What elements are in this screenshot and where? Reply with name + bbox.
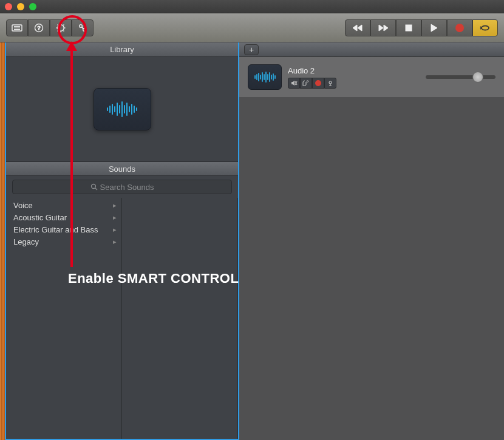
sound-category-column: Voice▸ Acoustic Guitar▸ Electric Guitar … — [6, 198, 122, 439]
record-icon — [315, 80, 321, 86]
sound-columns: Voice▸ Acoustic Guitar▸ Electric Guitar … — [6, 198, 238, 439]
svg-text:?: ? — [37, 25, 40, 31]
window-titlebar — [0, 0, 504, 13]
svg-marker-19 — [358, 25, 362, 31]
close-dot[interactable] — [5, 3, 12, 10]
chevron-right-icon: ▸ — [113, 226, 117, 234]
waveform-icon — [253, 70, 277, 84]
chevron-right-icon: ▸ — [113, 238, 117, 246]
track-row[interactable]: Audio 2 — [239, 57, 504, 97]
svg-marker-20 — [353, 25, 357, 31]
wood-edge — [0, 42, 5, 440]
svg-marker-22 — [384, 25, 388, 31]
svg-point-17 — [83, 28, 86, 31]
sound-preview-tile — [94, 88, 151, 130]
sound-category[interactable]: Legacy▸ — [6, 235, 121, 248]
rewind-button[interactable] — [345, 19, 370, 36]
play-button[interactable] — [421, 19, 447, 36]
sound-patch-column — [122, 198, 238, 439]
library-panel: Library Sounds Search Sounds Voice▸ Acou… — [5, 42, 239, 440]
svg-line-14 — [63, 24, 64, 25]
smart-controls-button[interactable] — [50, 19, 72, 36]
svg-line-11 — [58, 24, 58, 25]
editors-button[interactable] — [72, 19, 94, 36]
svg-rect-23 — [406, 25, 412, 31]
svg-marker-24 — [431, 24, 437, 32]
search-placeholder: Search Sounds — [100, 183, 154, 192]
search-sounds-input[interactable]: Search Sounds — [12, 180, 232, 194]
library-title: Library — [6, 42, 238, 57]
svg-marker-21 — [379, 25, 383, 31]
chevron-right-icon: ▸ — [113, 214, 117, 222]
svg-line-12 — [63, 30, 64, 31]
chevron-right-icon: ▸ — [113, 201, 117, 209]
track-name: Audio 2 — [288, 66, 336, 75]
record-icon — [455, 24, 464, 32]
svg-point-55 — [329, 81, 332, 84]
arrange-area[interactable] — [239, 97, 504, 440]
search-icon — [90, 183, 98, 191]
stop-button[interactable] — [396, 19, 421, 36]
waveform-icon — [104, 100, 140, 118]
svg-line-13 — [58, 30, 58, 31]
library-preview — [6, 57, 238, 161]
svg-point-6 — [58, 24, 64, 30]
sounds-title: Sounds — [6, 161, 238, 176]
forward-button[interactable] — [370, 19, 396, 36]
mute-button[interactable] — [288, 78, 300, 89]
svg-point-54 — [307, 80, 308, 82]
input-monitor-button[interactable] — [324, 78, 336, 89]
slider-knob[interactable] — [472, 72, 483, 83]
library-button[interactable] — [6, 19, 28, 36]
sound-category[interactable]: Acoustic Guitar▸ — [6, 211, 121, 223]
add-track-button[interactable]: + — [244, 44, 259, 55]
record-button[interactable] — [447, 19, 472, 36]
main-area: Library Sounds Search Sounds Voice▸ Acou… — [0, 42, 504, 440]
toolbar: ? — [0, 13, 504, 42]
svg-line-39 — [95, 188, 97, 190]
sound-category[interactable]: Electric Guitar and Bass▸ — [6, 223, 121, 235]
volume-slider[interactable] — [426, 75, 495, 79]
solo-button[interactable] — [300, 78, 312, 89]
maximize-dot[interactable] — [29, 3, 36, 10]
quick-help-button[interactable]: ? — [28, 19, 50, 36]
cycle-button[interactable] — [472, 19, 498, 36]
tracks-panel: + Audio 2 — [239, 42, 504, 440]
tracks-header: + — [239, 42, 504, 57]
minimize-dot[interactable] — [17, 3, 24, 10]
svg-point-38 — [91, 184, 95, 189]
track-meta: Audio 2 — [288, 66, 336, 89]
record-enable-button[interactable] — [312, 78, 324, 89]
sound-category[interactable]: Voice▸ — [6, 199, 121, 211]
track-icon — [248, 64, 282, 90]
